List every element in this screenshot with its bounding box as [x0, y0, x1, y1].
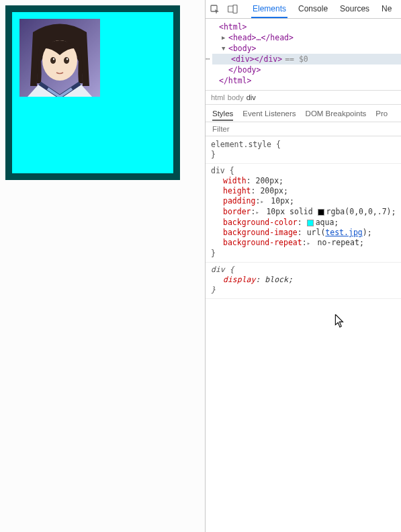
- svg-point-3: [50, 57, 56, 64]
- selector-div-ua: div {: [211, 265, 234, 274]
- styles-filter-input[interactable]: [211, 124, 396, 134]
- devtools-panel: Elements Console Sources Ne <html> ▶<hea…: [205, 0, 401, 532]
- tab-console[interactable]: Console: [297, 0, 329, 18]
- prop-width[interactable]: width: [223, 176, 247, 185]
- prop-border[interactable]: border: [223, 207, 251, 216]
- styles-pane[interactable]: element.style { } div { width: 200px; he…: [206, 136, 401, 300]
- svg-point-4: [64, 57, 69, 64]
- close-brace: }: [211, 285, 216, 294]
- breadcrumb: html body div: [206, 91, 401, 105]
- breadcrumb-div[interactable]: div: [247, 93, 256, 101]
- close-brace: }: [211, 249, 216, 258]
- tab-elements[interactable]: Elements: [251, 0, 287, 18]
- demo-div[interactable]: [5, 5, 180, 180]
- device-toggle-icon[interactable]: [227, 4, 238, 15]
- val-height[interactable]: 200px: [260, 186, 283, 195]
- background-image-test-jpg: [19, 19, 101, 97]
- breadcrumb-html[interactable]: html: [211, 93, 225, 101]
- selector-div: div {: [211, 166, 234, 175]
- svg-point-5: [53, 58, 54, 60]
- svg-rect-9: [233, 5, 237, 13]
- tree-head[interactable]: <head>…</head>: [228, 32, 294, 43]
- elements-tree[interactable]: <html> ▶<head>…</head> ▼<body> <div></di…: [206, 19, 401, 91]
- swatch-black-icon[interactable]: [318, 209, 324, 216]
- selector-element-style: element.style {: [211, 140, 281, 149]
- prop-display: display: [223, 275, 255, 284]
- link-test-jpg[interactable]: test.jpg: [325, 228, 362, 237]
- close-brace: }: [211, 150, 216, 159]
- styles-filter: [206, 122, 401, 136]
- val-border-1[interactable]: 10px solid: [266, 207, 317, 216]
- swatch-aqua-icon[interactable]: [307, 220, 314, 226]
- inspect-icon[interactable]: [210, 4, 220, 15]
- subtab-properties[interactable]: Pro: [375, 106, 388, 121]
- rendered-page: [0, 0, 205, 532]
- val-display: block: [265, 275, 288, 284]
- svg-point-6: [66, 58, 68, 60]
- tree-div-tag: <div></div>: [231, 54, 282, 64]
- val-width[interactable]: 200px: [255, 176, 279, 185]
- devtools-toolbar: Elements Console Sources Ne: [206, 0, 401, 19]
- val-bgimage-1: url(: [307, 228, 326, 237]
- val-bgrepeat[interactable]: no-repeat: [318, 238, 359, 247]
- prop-bgcolor[interactable]: background-color: [223, 218, 298, 227]
- val-bgimage-2: ): [363, 228, 367, 237]
- val-border-2[interactable]: rgba(0,0,0,.7): [326, 207, 392, 216]
- tree-body-open[interactable]: <body>: [228, 43, 257, 54]
- devtools-tabs: Elements Console Sources Ne: [251, 0, 393, 18]
- tree-html-open[interactable]: <html>: [219, 21, 247, 32]
- tree-body-close[interactable]: </body>: [228, 64, 261, 75]
- tree-eq0: == $0: [285, 54, 308, 64]
- rule-div-ua[interactable]: div { display: block; }: [206, 263, 401, 299]
- styles-subtabs: Styles Event Listeners DOM Breakpoints P…: [206, 105, 401, 122]
- breadcrumb-body[interactable]: body: [228, 93, 244, 101]
- tab-more[interactable]: Ne: [380, 0, 393, 18]
- rule-element-style[interactable]: element.style { }: [206, 138, 401, 164]
- val-bgcolor[interactable]: aqua: [316, 218, 335, 227]
- tab-sources[interactable]: Sources: [339, 0, 371, 18]
- prop-bgimage[interactable]: background-image: [223, 228, 298, 237]
- prop-bgrepeat[interactable]: background-repeat: [223, 238, 302, 247]
- subtab-styles[interactable]: Styles: [212, 106, 233, 121]
- prop-height[interactable]: height: [223, 186, 251, 195]
- subtab-event-listeners[interactable]: Event Listeners: [242, 106, 296, 121]
- subtab-dom-breakpoints[interactable]: DOM Breakpoints: [306, 106, 367, 121]
- val-padding[interactable]: 10px: [271, 196, 289, 206]
- tree-selected-div[interactable]: <div></div> == $0: [212, 54, 401, 64]
- prop-padding[interactable]: padding: [223, 196, 255, 206]
- tree-html-close[interactable]: </html>: [219, 75, 251, 86]
- rule-div[interactable]: div { width: 200px; height: 200px; paddi…: [206, 164, 401, 263]
